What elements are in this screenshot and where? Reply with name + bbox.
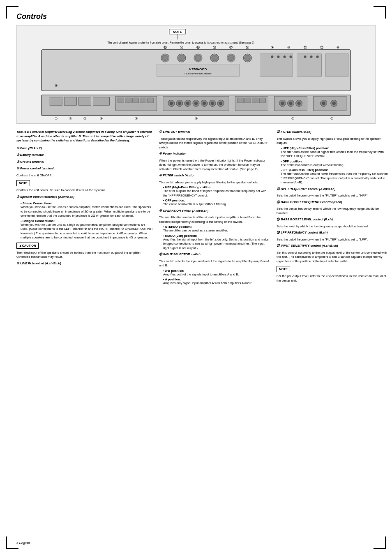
right-column: ⑫ FILTER switch (B.ch) This switch allow… (277, 130, 388, 288)
item12-sub3-text: The filter outputs the band of lower fre… (281, 172, 388, 185)
svg-rect-37 (125, 98, 131, 103)
item8-text: When the power is turned on, the Power i… (159, 159, 270, 172)
item4-note-label: NOTE (16, 180, 30, 186)
item7-block: ⑦ LINE OUT terminal These jacks output r… (159, 130, 270, 150)
svg-rect-36 (118, 98, 124, 103)
item5-sub2-header: • Bridged Connections: (21, 219, 153, 223)
item12-sub1-header: • HPF (High-Pass Filter) position: (281, 146, 388, 150)
item3-block: ③ Ground terminal (16, 160, 153, 164)
item11-sub1-header: • A·B position: (163, 269, 270, 273)
item4-header: Power control terminal (20, 166, 53, 170)
item10-sub2-text: Amplifies the signal input from the left… (163, 238, 270, 251)
svg-rect-39 (140, 98, 146, 103)
item17-note-text: For the pre-output level, refer to the <… (277, 274, 388, 283)
svg-text:⑦: ⑦ (330, 117, 333, 120)
svg-rect-38 (133, 98, 139, 103)
svg-rect-60 (259, 98, 265, 103)
svg-rect-68 (314, 96, 346, 111)
svg-text:③: ③ (83, 117, 86, 120)
item14: ⑭ BASS BOOST FREQUENCY control (B.ch) (277, 200, 388, 205)
svg-rect-32 (64, 97, 76, 105)
svg-point-55 (219, 102, 222, 105)
item9-header: FILTER switch (A.ch) (163, 173, 193, 177)
svg-point-16 (244, 55, 250, 61)
svg-point-65 (289, 102, 293, 105)
item11-sub1-text: Amplifies both of the signals input to a… (163, 273, 270, 277)
item10-sub1-text: The amplifier can be used as a stereo am… (163, 229, 270, 233)
item5-caution-text: The rated input of the speakers should b… (16, 251, 153, 259)
item17-note-label: NOTE (277, 266, 290, 272)
svg-text:Four-channel Power Amplifier: Four-channel Power Amplifier (184, 72, 212, 75)
svg-text:⑩: ⑩ (287, 46, 290, 49)
svg-point-45 (178, 102, 181, 105)
svg-text:⑦: ⑦ (291, 117, 294, 120)
item5-sub1-text: When you wish to use the unit as a stere… (21, 205, 153, 218)
item12-num: ⑫ (277, 130, 281, 134)
svg-text:⑫: ⑫ (320, 46, 323, 49)
corner-decoration-tr (374, 6, 386, 18)
item11-num: ⑪ (159, 252, 163, 256)
svg-point-51 (203, 102, 206, 105)
item10-sub1: • STEREO position: The amplifier can be … (163, 225, 270, 233)
item1-header: Fuse (25 A x 2) (20, 146, 42, 150)
item9-sub2: • OFF position: The entire bandwidth is … (163, 199, 270, 207)
svg-point-28 (310, 56, 313, 58)
item15-block: ⑮ BASS BOOST LEVEL control (B.ch) Sets t… (277, 217, 388, 229)
item1-num: ① (16, 146, 20, 150)
item6: ⑥ LINE IN terminal (A.ch/B.ch) (16, 261, 153, 266)
item5-sub2-text: When you wish to use the unit as a high-… (21, 223, 153, 240)
svg-text:⑤: ⑤ (135, 117, 138, 120)
item5-block: ⑤ Speaker output terminals (A.ch/B.ch) •… (16, 195, 153, 259)
item13-num: ⑬ (277, 187, 281, 191)
item12-header: FILTER switch (B.ch) (281, 130, 311, 134)
item9-num: ⑨ (159, 173, 163, 177)
item2-block: ② Battery terminal (16, 153, 153, 157)
item9: ⑨ FILTER switch (A.ch) (159, 173, 270, 178)
item14-header: BASS BOOST FREQUENCY control (B.ch) (281, 200, 342, 204)
svg-text:⑮: ⑮ (196, 46, 200, 49)
item16-header: LPF FREQUENCY control (B.ch) (281, 231, 327, 234)
svg-text:⑬: ⑬ (164, 46, 167, 49)
svg-text:⑥: ⑥ (195, 117, 198, 120)
item5-caution-label: ▲CAUTION (16, 243, 39, 249)
svg-point-6 (162, 55, 168, 61)
item3-num: ③ (16, 160, 20, 164)
svg-point-26 (290, 56, 292, 58)
item4-note-text: Controls the unit power. Be sure to conn… (16, 188, 153, 193)
item16: ⑯ LPF FREQUENCY control (B.ch) (277, 231, 388, 235)
item7: ⑦ LINE OUT terminal (159, 130, 270, 134)
item5: ⑤ Speaker output terminals (A.ch/B.ch) (16, 195, 153, 199)
item12-sub3: • LPF (Low-Pass Filter) position: The fi… (281, 168, 388, 185)
svg-text:⑧: ⑧ (337, 46, 339, 49)
content-area: This is a 4 channel amplifier including … (16, 130, 376, 288)
item10-block: ⑩ OPERATION switch (A.ch/B.ch) The ampli… (159, 209, 270, 251)
item12-sub2: • OFF position: The entire bandwidth is … (281, 160, 388, 168)
item11-sub2-header: • A position: (163, 278, 270, 281)
item9-sub2-header: • OFF position: (163, 199, 270, 202)
svg-point-29 (316, 56, 319, 58)
svg-text:KENWOOD: KENWOOD (189, 67, 207, 71)
device-image: NOTE The control panel locates under the… (16, 25, 376, 124)
svg-point-23 (271, 56, 273, 58)
item17: ⑰ INPUT SENSITIVITY control (A.ch/B.ch) (277, 244, 388, 248)
item14-num: ⑭ (277, 200, 281, 204)
svg-point-27 (304, 56, 307, 58)
corner-decoration-tl (6, 6, 18, 18)
item17-text: Set this control according to the pre-ou… (277, 251, 388, 264)
svg-text:④: ④ (100, 117, 103, 120)
item4: ④ Power control terminal (16, 166, 153, 171)
item15-text: Sets the level by which the low frequenc… (277, 224, 388, 229)
page-title: Controls (16, 12, 376, 21)
page: Controls NOTE The control panel locates … (0, 0, 392, 555)
svg-text:⑧: ⑧ (55, 84, 58, 88)
item11-block: ⑪ INPUT SELECTOR switch This switch sele… (159, 252, 270, 286)
device-svg: NOTE The control panel locates under the… (17, 25, 375, 123)
svg-text:①: ① (55, 117, 58, 120)
item2-num: ② (16, 153, 20, 157)
item5-num: ⑤ (16, 195, 20, 199)
item10: ⑩ OPERATION switch (A.ch/B.ch) (159, 209, 270, 213)
svg-point-70 (322, 102, 325, 105)
item2: ② Battery terminal (16, 153, 153, 157)
item10-sub2: • MONO (Lch) position: Amplifies the sig… (163, 234, 270, 251)
item9-sub1-header: • HPF (High-Pass Filter) position: (163, 185, 270, 189)
